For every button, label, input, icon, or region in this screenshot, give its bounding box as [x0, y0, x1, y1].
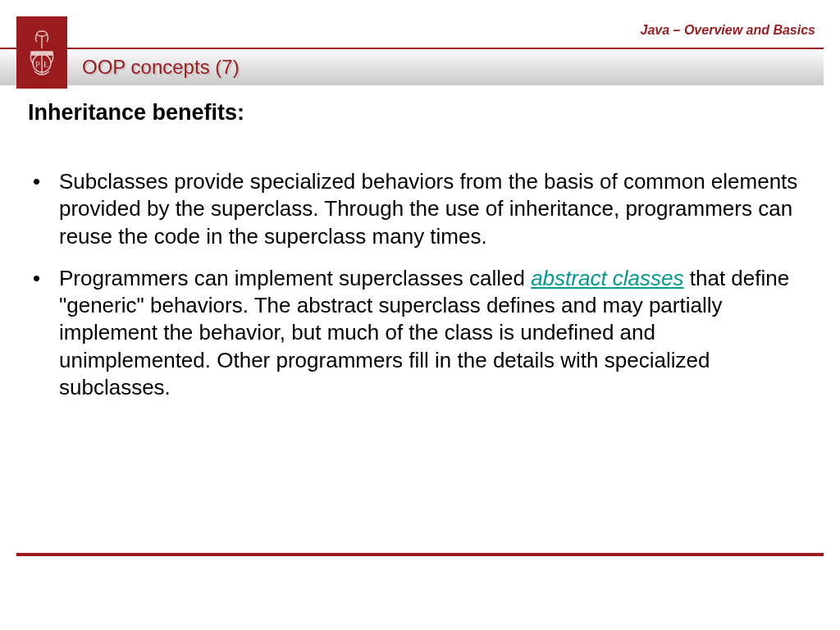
- content-heading: Inheritance benefits:: [28, 100, 812, 126]
- course-label: Java – Overview and Basics: [641, 23, 815, 38]
- title-bar: OOP concepts (7) OOP concepts (7): [0, 48, 824, 85]
- footer-rule: [16, 553, 824, 556]
- abstract-classes-link[interactable]: abstract classes: [531, 266, 683, 290]
- university-logo: P Ł: [16, 16, 67, 89]
- slide-title: OOP concepts (7) OOP concepts (7): [82, 56, 240, 79]
- svg-point-0: [37, 31, 47, 36]
- bullet-text: Subclasses provide specialized behaviors…: [59, 169, 797, 249]
- bullet-list: Subclasses provide specialized behaviors…: [28, 168, 812, 401]
- slide-title-text: OOP concepts (7): [82, 56, 240, 78]
- list-item: Subclasses provide specialized behaviors…: [51, 168, 812, 250]
- bullet-text-pre: Programmers can implement superclasses c…: [59, 266, 531, 290]
- svg-text:P: P: [35, 60, 40, 69]
- slide-header: Java – Overview and Basics OOP concepts …: [0, 0, 840, 90]
- list-item: Programmers can implement superclasses c…: [51, 265, 812, 401]
- svg-text:Ł: Ł: [43, 60, 48, 69]
- slide-content: Inheritance benefits: Subclasses provide…: [0, 90, 840, 401]
- crest-icon: P Ł: [23, 24, 61, 81]
